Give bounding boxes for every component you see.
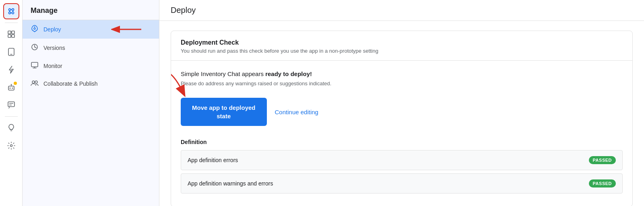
deploy-button-container: Move app to deployed state (181, 98, 267, 126)
nav-item-deploy-label: Deploy (43, 26, 61, 33)
nav-item-collaborate-publish[interactable]: Collaborate & Publish (23, 75, 159, 93)
svg-point-33 (32, 81, 35, 83)
svg-point-3 (12, 12, 14, 14)
check-row-1-badge: PASSED (589, 179, 616, 187)
phone-icon-button[interactable] (3, 44, 19, 60)
check-row-1: App definition warnings and errors PASSE… (181, 173, 623, 194)
svg-point-24 (10, 145, 12, 147)
move-app-deploy-button[interactable]: Move app to deployed state (181, 98, 267, 126)
icon-sidebar (0, 0, 23, 206)
svg-rect-30 (31, 62, 38, 67)
svg-point-25 (34, 28, 35, 29)
nav-sidebar: Manage Deploy Versio (23, 0, 159, 206)
main-header: Deploy (159, 0, 644, 21)
nav-item-monitor[interactable]: Monitor (23, 57, 159, 75)
check-row-1-label: App definition warnings and errors (188, 180, 273, 187)
chat-icon-button[interactable] (3, 97, 19, 113)
robot-badge (14, 82, 17, 85)
main-body: Deployment Check You should run and pass… (159, 21, 644, 206)
versions-icon (31, 43, 39, 52)
nav-item-collaborate-label: Collaborate & Publish (43, 80, 98, 87)
nav-item-versions[interactable]: Versions (23, 39, 159, 57)
sidebar-divider-1 (5, 23, 18, 23)
warning-text: Please do address any warnings raised or… (181, 80, 623, 87)
nav-item-deploy[interactable]: Deploy (23, 20, 159, 39)
definition-section: Definition App definition errors PASSED … (181, 139, 623, 194)
continue-editing-button[interactable]: Continue editing (275, 109, 318, 115)
deployment-card-subtitle: You should run and pass this check befor… (181, 48, 623, 54)
svg-point-15 (9, 88, 10, 89)
svg-point-34 (35, 81, 37, 83)
ready-text: Simple Inventory Chat appears ready to d… (181, 70, 623, 77)
deployment-card-title: Deployment Check (181, 39, 623, 46)
check-row-0-label: App definition errors (188, 157, 238, 163)
nav-sidebar-header: Manage (23, 0, 159, 20)
svg-rect-9 (12, 31, 14, 34)
check-row-0: App definition errors PASSED (181, 150, 623, 170)
action-row: Move app to deployed state Continue edit… (181, 98, 623, 126)
collaborate-icon (31, 80, 39, 88)
deploy-icon (31, 25, 39, 34)
bulb-icon-button[interactable] (3, 120, 19, 136)
svg-point-2 (8, 12, 10, 14)
main-content: Deploy Deployment Check You should run a… (159, 0, 644, 206)
grid-icon-button[interactable] (3, 26, 19, 42)
svg-rect-19 (8, 102, 14, 107)
monitor-icon (31, 62, 39, 70)
svg-point-1 (12, 9, 14, 11)
svg-rect-8 (8, 31, 11, 34)
svg-rect-11 (12, 35, 14, 37)
svg-point-0 (8, 9, 10, 11)
svg-rect-10 (8, 35, 11, 37)
definition-title: Definition (181, 139, 623, 145)
annotation-arrow-nav (111, 22, 143, 37)
nav-item-versions-label: Versions (43, 45, 65, 51)
lightning-icon-button[interactable] (3, 62, 19, 78)
manage-icon-button[interactable] (3, 3, 19, 19)
deployment-card-body: Simple Inventory Chat appears ready to d… (171, 61, 632, 206)
deployment-card: Deployment Check You should run and pass… (171, 31, 633, 206)
deployment-card-header: Deployment Check You should run and pass… (171, 31, 632, 61)
nav-item-monitor-label: Monitor (43, 63, 62, 69)
svg-point-18 (10, 84, 11, 85)
robot-icon-button[interactable] (3, 79, 19, 95)
ready-bold: ready to deploy! (265, 70, 312, 77)
svg-point-16 (12, 88, 13, 89)
check-row-0-badge: PASSED (589, 156, 616, 164)
svg-rect-14 (8, 86, 14, 90)
settings-icon-button[interactable] (3, 138, 19, 154)
sidebar-divider-2 (5, 116, 18, 117)
